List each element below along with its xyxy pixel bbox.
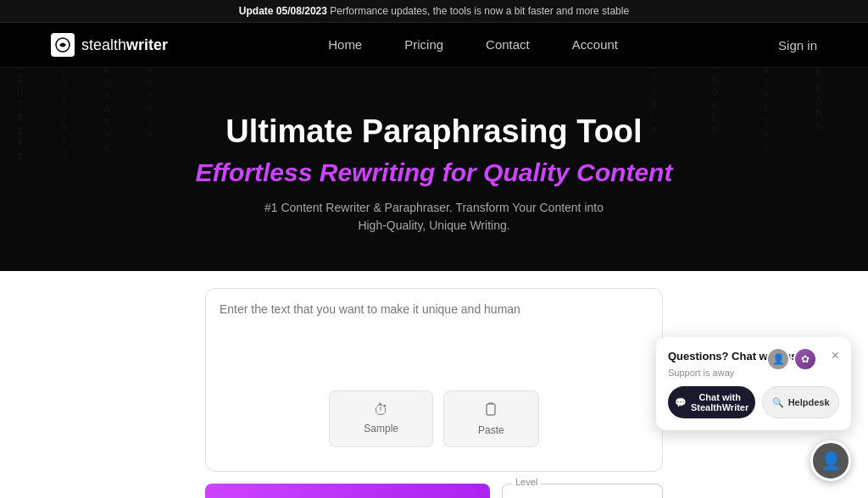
nav-item-account[interactable]: Account: [572, 37, 618, 53]
floating-avatar[interactable]: 👤: [810, 440, 851, 481]
paste-icon: [483, 401, 498, 421]
chat-btn-label: Chat with StealthWriter: [691, 392, 748, 412]
avatar-agent1: 👤: [766, 347, 790, 371]
sample-icon: ⏱: [374, 401, 389, 419]
signin-button[interactable]: Sign in: [778, 38, 817, 53]
announcement-bar: Update 05/08/2023 Performance updates, t…: [0, 0, 868, 23]
bottom-controls: ✦ Humanize Level Easy Medium Hard ▼ Huma…: [205, 472, 663, 498]
hero-content: Ultimate Paraphrasing Tool Effortless Re…: [196, 113, 673, 235]
svg-rect-1: [487, 404, 495, 415]
avatar-agent2: ✿: [793, 347, 817, 371]
level-select-wrapper: Level Easy Medium Hard ▼: [502, 484, 663, 498]
humanize-button[interactable]: ✦ Humanize: [205, 484, 490, 498]
logo-text: stealthwriter: [81, 36, 168, 54]
sample-label: Sample: [364, 423, 398, 434]
helpdesk-label: Helpdesk: [788, 397, 830, 407]
paste-label: Paste: [478, 424, 504, 436]
hero-section: NEOCRIPT 101011010 Ω∑π∆∇∞√ 24RHN1M 5D3RL…: [0, 68, 868, 271]
nav-item-contact[interactable]: Contact: [486, 37, 530, 53]
hero-subtitle: Effortless Rewriting for Quality Content: [196, 158, 673, 187]
hero-title: Ultimate Paraphrasing Tool: [196, 113, 673, 150]
text-input[interactable]: [220, 302, 648, 370]
tool-actions: ⏱ Sample Paste: [220, 390, 648, 457]
logo-icon: [51, 33, 75, 57]
chat-with-stealthwriter-button[interactable]: 💬 Chat with StealthWriter: [668, 386, 755, 418]
nav-links: Home Pricing Contact Account: [328, 37, 618, 53]
nav-item-pricing[interactable]: Pricing: [404, 37, 443, 53]
logo[interactable]: stealthwriter: [51, 33, 168, 57]
hero-description: #1 Content Rewriter & Paraphraser. Trans…: [196, 199, 673, 235]
controls-row: ✦ Humanize Level Easy Medium Hard ▼: [205, 484, 663, 498]
chat-widget: Questions? Chat with us 👤 ✿ × Support is…: [656, 337, 851, 430]
hero-desc-line1: #1 Content Rewriter & Paraphraser. Trans…: [264, 201, 604, 214]
nav-item-home[interactable]: Home: [328, 37, 362, 53]
chat-icon: 💬: [675, 397, 687, 408]
helpdesk-button[interactable]: 🔍 Helpdesk: [762, 386, 839, 418]
hero-desc-line2: High-Quality, Unique Writing.: [358, 219, 509, 232]
sample-button[interactable]: ⏱ Sample: [329, 390, 433, 447]
tool-card: ⏱ Sample Paste: [205, 288, 663, 472]
chat-widget-buttons: 💬 Chat with StealthWriter 🔍 Helpdesk: [668, 386, 839, 418]
paste-button[interactable]: Paste: [443, 390, 539, 447]
chat-widget-header: Questions? Chat with us 👤 ✿ ×: [668, 349, 839, 362]
chat-close-button[interactable]: ×: [832, 349, 839, 362]
level-label: Level: [512, 477, 541, 487]
announcement-bold: Update 05/08/2023: [239, 5, 327, 17]
navbar: stealthwriter Home Pricing Contact Accou…: [0, 23, 868, 68]
search-icon: 🔍: [772, 397, 784, 408]
announcement-text: Performance updates, the tools is now a …: [330, 5, 629, 17]
